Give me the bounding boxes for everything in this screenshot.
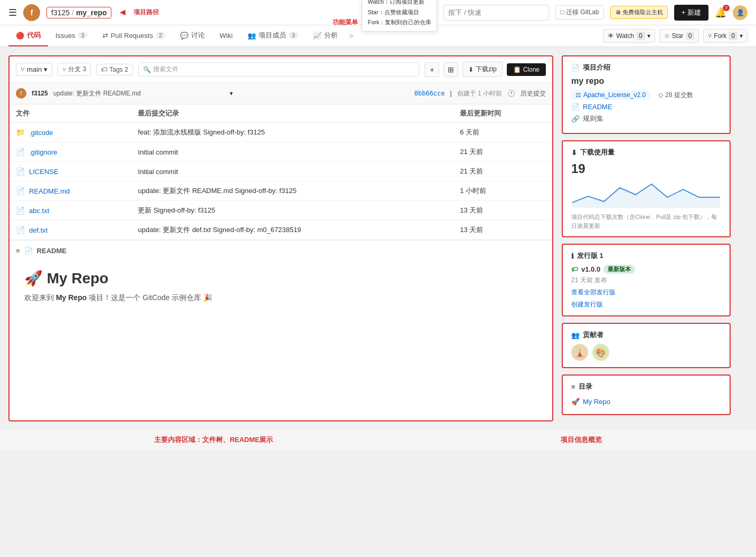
tab-pulls-label: Pull Requests [111,32,153,40]
tag-icon: 🏷 [101,66,107,73]
license-icon: ⚖ [575,91,581,99]
commit-dropdown[interactable]: ▾ [230,90,233,97]
readme-link-label: README [583,103,612,111]
label-function-menu: 功能菜单 [333,18,358,26]
clone-btn[interactable]: 📋 Clone [507,63,546,76]
history-btn[interactable]: 历史提交 [521,89,546,98]
file-name-text-0: .gitcode [29,129,53,137]
members-badge: 3 [289,32,298,39]
watch-button[interactable]: 👁 Watch 0 ▾ [603,29,655,43]
file-commit-5: update: 更新文件 def.txt Signed-off-by: m0_6… [131,220,453,240]
arrow-project-path: ◄ [118,7,127,18]
branch-count-btn[interactable]: ⑂ 分支 3 [58,63,91,76]
file-name-3[interactable]: 📄 README.md [16,187,125,195]
fork-chevron: ▾ [740,32,743,40]
intro-repo-name: my repo [571,76,721,86]
tab-discuss[interactable]: 💬 讨论 [173,25,212,46]
table-row: 📄 abc.txt 更新 Signed-off-by: f3125 13 天前 [10,201,552,220]
download-icon: ⬇ [468,66,474,73]
tab-issues[interactable]: Issues 3 [48,26,95,46]
table-row: 📄 README.md update: 更新文件 README.md Signe… [10,181,552,201]
contributor-2[interactable]: 🎨 [592,344,609,361]
releases-label: 发行版 1 [577,251,603,261]
free-host-label[interactable]: 🖥 免费领取云主机 [610,6,668,19]
file-name-4[interactable]: 📄 abc.txt [16,206,125,215]
migrate-gitlab-btn[interactable]: □ 迁移 GitLab [555,5,603,20]
fork-button[interactable]: ⑂ Fork 0 ▾ [703,29,748,43]
file-commit-2: Initial commit [131,162,453,181]
table-row: 📁 .gitcode feat: 添加流水线模版 Signed-off-by: … [10,123,552,142]
webide-btn[interactable]: ⊞ [443,62,458,77]
fork-icon: ⑂ [708,32,712,40]
rules-icon: 🔗 [571,115,580,123]
notification-bell[interactable]: 🔔 7 [715,7,726,18]
hamburger-menu[interactable]: ☰ [8,7,17,18]
branch-bar: ⑂ main ▾ ⑂ 分支 3 🏷 Tags 2 🔍 搜索文件 + [10,56,552,83]
toc-item-1[interactable]: 🚀 My Repo [571,396,721,408]
view-all-releases-link[interactable]: 查看全部发行版 [571,288,721,297]
issues-badge: 3 [78,32,88,39]
file-commit-3: update: 更新文件 README.md Signed-off-by: f3… [131,181,453,201]
rules-label: 规则集 [583,114,603,123]
branch-count-label: 分支 3 [68,65,86,74]
notification-badge: 7 [723,5,730,11]
create-release-link[interactable]: 创建发行版 [571,300,721,309]
watch-chevron: ▾ [647,32,650,40]
toc-box: ≡ 目录 🚀 My Repo [562,374,731,415]
tab-members[interactable]: 👥 项目成员 3 [240,25,306,46]
readme-link[interactable]: 📄 README [571,103,721,111]
readme-title-label: README [37,247,67,255]
file-type-icon-1: 📄 [16,148,25,156]
search-icon: 🔍 [143,66,151,73]
file-type-icon-4: 📄 [16,206,25,215]
add-file-btn[interactable]: + [424,62,439,77]
download-description: 项目代码总下载次数（含Clone、Pull及 zip 包下载），每日凌晨更新 [571,213,721,230]
nav-search-input[interactable] [443,5,549,21]
readme-file-icon: 📄 [24,247,33,255]
branch-chevron: ▾ [44,65,48,73]
commits-icon: ◇ [658,91,663,99]
download-count: 19 [571,161,721,176]
toc-label: 目录 [579,382,592,391]
readme-main-title: 🚀 My Repo [24,270,537,287]
file-name-5[interactable]: 📄 def.txt [16,226,125,234]
file-time-5: 13 天前 [453,220,552,240]
commit-username[interactable]: f3125 [32,90,48,97]
file-name-1[interactable]: 📄 .gitignore [16,148,125,156]
file-commit-0: feat: 添加流水线模版 Signed-off-by: f3125 [131,123,453,142]
rules-link[interactable]: 🔗 规则集 [571,114,721,123]
branch-selector[interactable]: ⑂ main ▾ [16,63,52,76]
file-search-input[interactable]: 🔍 搜索文件 [138,62,420,76]
file-time-3: 1 小时前 [453,181,552,201]
star-button[interactable]: ☆ Star 0 [659,29,700,43]
release-version: 🏷 v1.0.0 最新版本 [571,265,721,274]
tab-wiki-label: Wiki [220,32,233,40]
tag-count-btn[interactable]: 🏷 Tags 2 [96,64,133,75]
tab-analysis-label: 分析 [324,31,338,40]
user-avatar[interactable]: 👤 [733,5,748,20]
tab-discuss-label: 讨论 [191,31,205,40]
download-zip-btn[interactable]: ⬇ 下载zip [462,62,502,77]
tab-wiki[interactable]: Wiki [212,26,240,46]
tab-pull-requests[interactable]: ⇄ Pull Requests 2 [95,26,173,46]
new-button[interactable]: + 新建 [674,5,708,21]
file-type-icon-5: 📄 [16,226,25,234]
annotation-project-info: 项目信息概览 [561,435,602,445]
contributor-1[interactable]: 🗼 [571,344,588,361]
clone-icon: 📋 [513,66,521,73]
fork-label: Fork [714,32,726,40]
pr-icon: ⇄ [102,32,108,40]
tab-code[interactable]: 🔴 代码 [8,25,48,46]
file-name-2[interactable]: 📄 LICENSE [16,167,125,176]
branch-icon: ⑂ [21,65,25,73]
main-content-area: ⑂ main ▾ ⑂ 分支 3 🏷 Tags 2 🔍 搜索文件 + [8,55,553,421]
release-icon: ℹ [571,252,574,260]
commit-hash[interactable]: 0bb66cce [414,90,445,97]
breadcrumb[interactable]: f3125 / my_repo [46,7,111,18]
tag-count-label: Tags 2 [109,66,128,73]
file-name-0[interactable]: 📁 .gitcode [16,128,125,137]
commit-message: update: 更新文件 README.md [53,89,224,98]
download-zip-label: 下载zip [476,65,496,74]
watch-count: 0 [636,32,645,40]
file-commit-4: 更新 Signed-off-by: f3125 [131,201,453,220]
